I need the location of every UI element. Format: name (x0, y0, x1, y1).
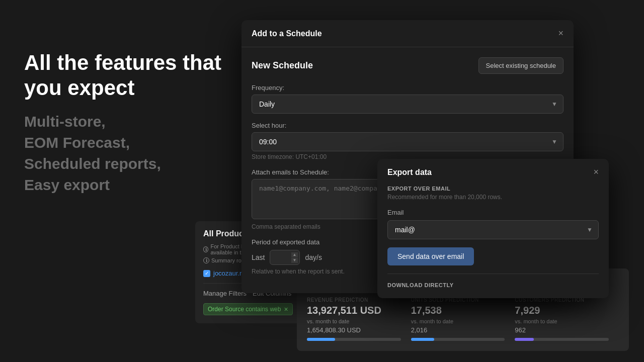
background-text: All the features that you expect Multi-s… (24, 50, 235, 196)
forecast-metrics: REVENUE PREDICTION 13,927,511 USD vs. mo… (307, 297, 619, 341)
metric-customers-compare: 962 (515, 326, 609, 334)
send-data-email-button[interactable]: Send data over email (387, 247, 474, 265)
export-modal: Export data × EXPORT OVER EMAIL Recommen… (377, 159, 609, 298)
metric-units-sub: vs. month to date (411, 318, 505, 324)
frequency-select[interactable]: Daily Weekly Monthly (252, 95, 564, 114)
period-decrement-button[interactable]: ▼ (291, 258, 298, 263)
info-icon-2: ℹ (203, 257, 209, 263)
metric-units: UNITS SOLD PREDICTION 17,538 vs. month t… (411, 297, 515, 341)
select-existing-schedule-button[interactable]: Select existing schedule (478, 57, 564, 74)
email-section-title: EXPORT OVER EMAIL (387, 186, 599, 192)
export-email-select[interactable]: mail@ (387, 220, 599, 239)
schedule-modal-title: Add to a Schedule (252, 29, 322, 38)
hour-select-wrapper: 09:00 10:00 11:00 ▼ (252, 132, 564, 151)
download-section-title: DOWNLOAD DIRECTLY (387, 282, 599, 288)
frequency-group: Frequency: Daily Weekly Monthly ▼ (252, 84, 564, 114)
frequency-select-wrapper: Daily Weekly Monthly ▼ (252, 95, 564, 114)
metric-customers-bar-bg (515, 338, 609, 341)
checkbox-icon-1 (203, 270, 210, 277)
export-modal-divider (387, 274, 599, 274)
hour-group: Select hour: 09:00 10:00 11:00 ▼ Store t… (252, 122, 564, 160)
frequency-label: Frequency: (252, 84, 564, 92)
export-email-select-wrapper: mail@ ▼ (387, 220, 599, 239)
manage-filters-button[interactable]: Manage Filters (203, 290, 247, 297)
metric-revenue-bar-fill (307, 338, 335, 341)
metric-revenue-bar-bg (307, 338, 401, 341)
export-email-label: Email (387, 209, 599, 216)
export-modal-title: Export data (387, 168, 432, 177)
period-prefix: Last (252, 253, 265, 261)
export-modal-body: EXPORT OVER EMAIL Recommended for more t… (377, 186, 609, 298)
metric-revenue-sub: vs. month to date (307, 318, 401, 324)
metric-revenue: REVENUE PREDICTION 13,927,511 USD vs. mo… (307, 297, 411, 341)
filter-tag-label: Order Source contains web (208, 306, 281, 313)
hour-label: Select hour: (252, 122, 564, 129)
metric-customers-value: 7,929 (515, 305, 609, 316)
bg-heading: All the features that you expect (24, 50, 235, 101)
metric-units-bar-fill (411, 338, 435, 341)
hour-select[interactable]: 09:00 10:00 11:00 (252, 132, 564, 151)
new-schedule-title: New Schedule (252, 60, 313, 71)
schedule-modal-header: Add to a Schedule × (242, 20, 574, 47)
period-unit: day/s (305, 253, 321, 261)
metric-customers-sub: vs. month to date (515, 318, 609, 324)
schedule-modal-close-button[interactable]: × (558, 28, 564, 39)
store-label-1: jocozaur.ro (213, 269, 246, 277)
metric-revenue-compare: 1,654,808.30 USD (307, 326, 401, 334)
metric-units-value: 17,538 (411, 305, 505, 316)
metric-customers: CUSTOMERS PREDICTION 7,929 vs. month to … (515, 297, 619, 341)
filter-tag[interactable]: Order Source contains web × (203, 303, 293, 315)
metric-units-compare: 2,016 (411, 326, 505, 334)
period-spinners: ▲ ▼ (291, 252, 298, 263)
filter-tag-close-icon[interactable]: × (284, 305, 288, 313)
bg-subtext: Multi-store, EOM Forecast, Scheduled rep… (24, 111, 235, 196)
schedule-header: New Schedule Select existing schedule (252, 57, 564, 74)
period-input-wrapper: ▲ ▼ (270, 250, 300, 265)
email-section-desc: Recommended for more than 20,000 rows. (387, 194, 599, 201)
metric-revenue-value: 13,927,511 USD (307, 305, 401, 316)
export-modal-close-button[interactable]: × (593, 167, 599, 177)
period-increment-button[interactable]: ▲ (291, 252, 298, 257)
info-icon-1: ℹ (203, 246, 208, 252)
metric-customers-bar-fill (515, 338, 533, 341)
store-checkbox-1[interactable]: jocozaur.ro (203, 269, 246, 277)
export-modal-header: Export data × (377, 159, 609, 186)
metric-units-bar-bg (411, 338, 505, 341)
